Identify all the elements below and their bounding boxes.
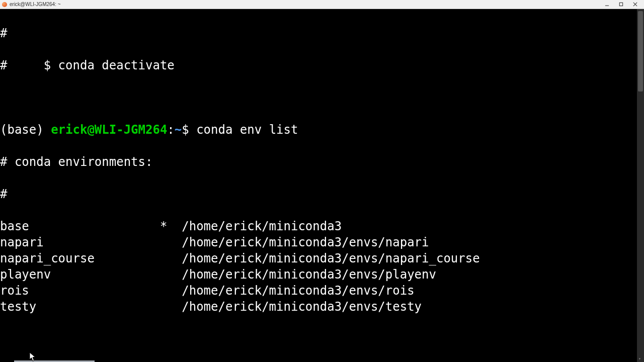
scrollbar-thumb[interactable] [638,11,643,92]
output-line: # conda environments: [0,154,644,170]
env-row: napari /home/erick/miniconda3/envs/napar… [0,234,644,250]
env-row: rois /home/erick/miniconda3/envs/rois [0,283,644,299]
blank-line [0,89,644,106]
terminal-scrollbar[interactable]: ▾ [637,9,644,362]
env-row: base * /home/erick/miniconda3 [0,218,644,234]
command-text: conda env list [196,123,298,137]
minimize-button[interactable] [600,0,614,9]
output-line: # $ conda deactivate [0,57,644,73]
maximize-button[interactable] [614,0,628,9]
terminal-viewport[interactable]: # # $ conda deactivate (base) erick@WLI-… [0,9,644,362]
svg-rect-1 [619,3,622,6]
prompt-line: (base) erick@WLI-JGM264:~$ conda env lis… [0,122,644,138]
blank-line [0,331,644,347]
env-row: playenv /home/erick/miniconda3/envs/play… [0,266,644,283]
close-button[interactable] [628,0,642,9]
env-row: testy /home/erick/miniconda3/envs/testy [0,299,644,315]
scrollbar-down-arrow[interactable]: ▾ [638,356,641,361]
env-row: napari_course /home/erick/miniconda3/env… [0,250,644,266]
window-titlebar: erick@WLI-JGM264: ~ [0,0,644,9]
output-line: # [0,25,644,41]
window-title: erick@WLI-JGM264: ~ [10,2,61,7]
output-line: # [0,186,644,202]
ubuntu-icon [2,2,7,7]
